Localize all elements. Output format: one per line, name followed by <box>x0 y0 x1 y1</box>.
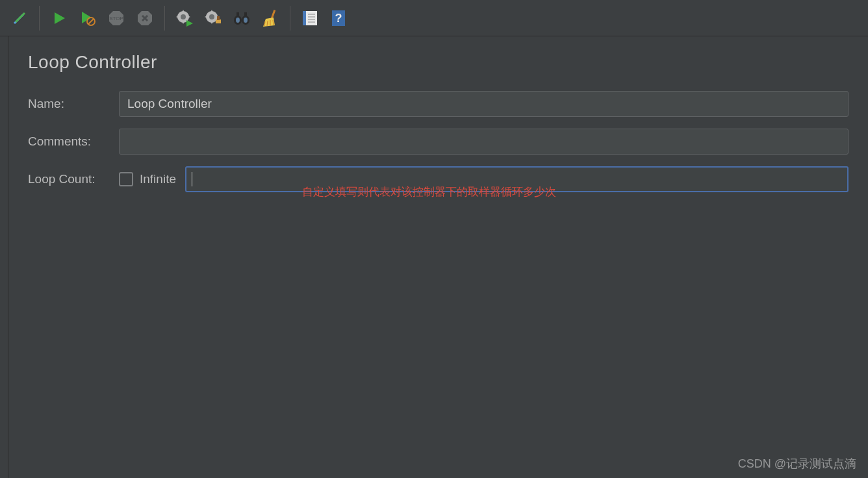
text-cursor <box>192 172 192 186</box>
panel-content: Loop Controller Name: Comments: Loop Cou… <box>8 36 868 478</box>
stop-icon[interactable]: STOP <box>103 5 129 31</box>
edit-icon[interactable] <box>6 5 32 31</box>
loop-count-row: Loop Count: Infinite <box>28 166 849 192</box>
svg-rect-15 <box>236 12 239 18</box>
run-icon[interactable] <box>46 5 72 31</box>
notes-icon[interactable] <box>297 5 323 31</box>
svg-point-6 <box>181 14 186 19</box>
infinite-label: Infinite <box>140 172 176 186</box>
svg-point-8 <box>209 14 214 19</box>
comments-input[interactable] <box>119 129 849 155</box>
comments-row: Comments: <box>28 129 849 155</box>
run-no-pause-icon[interactable] <box>75 5 101 31</box>
gear-run-icon[interactable] <box>172 5 198 31</box>
svg-text:?: ? <box>335 12 342 25</box>
name-input[interactable] <box>119 91 849 117</box>
loop-count-label: Loop Count: <box>28 172 119 186</box>
svg-point-13 <box>236 18 240 23</box>
shutdown-icon[interactable] <box>132 5 158 31</box>
loop-count-input[interactable] <box>185 166 849 192</box>
svg-text:STOP: STOP <box>109 16 123 21</box>
comments-label: Comments: <box>28 134 119 149</box>
name-label: Name: <box>28 97 119 111</box>
name-row: Name: <box>28 91 849 117</box>
page-title: Loop Controller <box>28 52 849 73</box>
toolbar-separator <box>164 6 165 31</box>
svg-point-14 <box>244 18 248 23</box>
toolbar: STOP ? <box>0 0 868 36</box>
gear-brush-icon[interactable] <box>200 5 226 31</box>
broom-icon[interactable] <box>257 5 283 31</box>
help-icon[interactable]: ? <box>326 5 351 31</box>
svg-rect-23 <box>303 11 306 25</box>
toolbar-separator <box>39 6 40 31</box>
loop-count-input-wrap <box>185 166 849 192</box>
svg-rect-10 <box>217 16 220 20</box>
svg-line-1 <box>88 19 94 24</box>
binoculars-icon[interactable] <box>229 5 255 31</box>
svg-rect-16 <box>244 12 247 18</box>
toolbar-separator <box>290 6 290 31</box>
infinite-checkbox[interactable] <box>119 172 133 186</box>
